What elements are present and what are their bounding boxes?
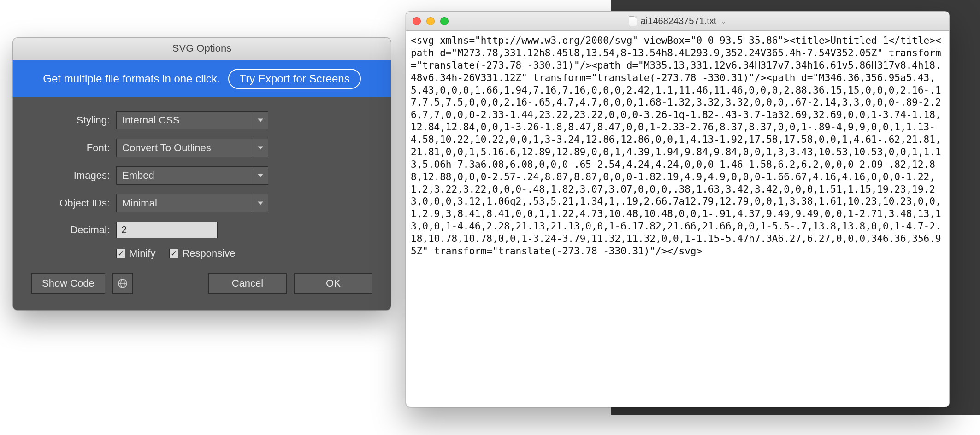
row-object-ids: Object IDs: Minimal	[31, 194, 372, 212]
minimize-icon[interactable]	[426, 17, 435, 25]
chevron-down-icon[interactable]	[253, 166, 268, 185]
promo-text: Get multiple file formats in one click.	[43, 72, 220, 85]
window-titlebar[interactable]: ai14682437571.txt ⌄	[406, 12, 949, 31]
decimal-input[interactable]	[116, 222, 218, 238]
label-decimal: Decimal:	[31, 224, 110, 236]
row-styling: Styling: Internal CSS	[31, 111, 372, 129]
label-font: Font:	[31, 142, 110, 154]
label-object-ids: Object IDs:	[31, 197, 110, 209]
font-value: Convert To Outlines	[116, 139, 253, 157]
button-row: Show Code Cancel OK	[31, 273, 372, 294]
try-export-button[interactable]: Try Export for Screens	[228, 69, 360, 89]
chevron-down-icon[interactable]	[253, 139, 268, 157]
object-ids-value: Minimal	[116, 194, 253, 212]
text-content[interactable]: <svg xmlns="http://www.w3.org/2000/svg" …	[406, 31, 949, 407]
font-select[interactable]: Convert To Outlines	[116, 139, 268, 157]
window-title-group: ai14682437571.txt ⌄	[406, 16, 949, 26]
label-images: Images:	[31, 170, 110, 182]
responsive-checkbox[interactable]: ✓ Responsive	[169, 247, 235, 259]
check-icon: ✓	[116, 249, 125, 258]
window-title: ai14682437571.txt	[641, 16, 717, 26]
globe-icon	[117, 278, 128, 289]
images-value: Embed	[116, 166, 253, 185]
traffic-lights	[413, 17, 449, 25]
checkbox-row: ✓ Minify ✓ Responsive	[116, 247, 372, 259]
chevron-down-icon[interactable]	[253, 194, 268, 212]
object-ids-select[interactable]: Minimal	[116, 194, 268, 212]
dialog-title: SVG Options	[13, 38, 391, 60]
text-file-window: ai14682437571.txt ⌄ <svg xmlns="http://w…	[406, 11, 950, 407]
cancel-button[interactable]: Cancel	[208, 273, 287, 294]
styling-value: Internal CSS	[116, 111, 253, 129]
minify-label: Minify	[129, 247, 155, 259]
label-styling: Styling:	[31, 114, 110, 126]
svg-options-dialog: SVG Options Get multiple file formats in…	[13, 38, 391, 310]
chevron-down-icon[interactable]	[253, 111, 268, 129]
show-code-button[interactable]: Show Code	[31, 273, 105, 294]
close-icon[interactable]	[413, 17, 421, 25]
row-images: Images: Embed	[31, 166, 372, 185]
promo-bar: Get multiple file formats in one click. …	[13, 60, 391, 97]
minify-checkbox[interactable]: ✓ Minify	[116, 247, 155, 259]
row-font: Font: Convert To Outlines	[31, 139, 372, 157]
preview-browser-button[interactable]	[112, 273, 133, 294]
check-icon: ✓	[169, 249, 178, 258]
responsive-label: Responsive	[182, 247, 235, 259]
document-icon	[629, 16, 637, 26]
images-select[interactable]: Embed	[116, 166, 268, 185]
form-area: Styling: Internal CSS Font: Convert To O…	[13, 97, 391, 310]
row-decimal: Decimal:	[31, 222, 372, 238]
styling-select[interactable]: Internal CSS	[116, 111, 268, 129]
zoom-icon[interactable]	[440, 17, 449, 25]
ok-button[interactable]: OK	[294, 273, 372, 294]
chevron-down-icon[interactable]: ⌄	[721, 18, 726, 25]
